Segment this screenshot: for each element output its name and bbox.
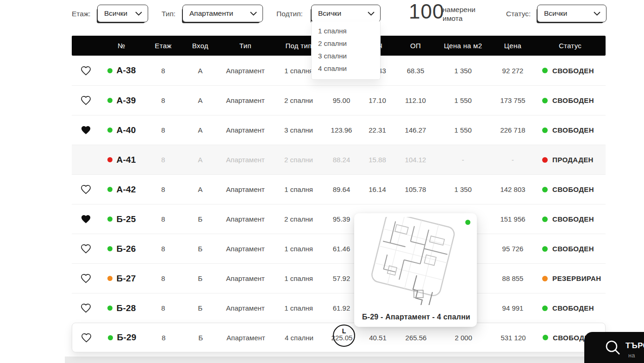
apartments-listing-page: Етаж: Всички Тип: Апартаменти Подтип: Вс… [0, 0, 644, 363]
subtype-option[interactable]: 4 спални [312, 62, 380, 75]
price-per-m2-cell: 1 350 [435, 67, 491, 75]
table-row[interactable]: Б-27 8 Б Апартамент 1 спалня 57.92 88 85… [72, 263, 606, 293]
unit-id-cell: А-42 [100, 185, 144, 195]
unit-id-cell: Б-27 [100, 274, 144, 284]
favorite-button[interactable] [72, 125, 100, 135]
table-row[interactable]: Б-25 8 Б Апартамент 2 спални 95.39 151 9… [72, 204, 606, 234]
status-label: РЕЗЕРВИРАН [552, 274, 601, 282]
apartments-table: №ЕтажВходТипПод типЧПОЧОПЦена на м2ЦенаС… [72, 36, 606, 352]
column-header: Цена на м2 [435, 42, 491, 50]
floor-cell: 8 [144, 274, 183, 282]
availability-dot [107, 217, 113, 222]
price-cell: 531 120 [491, 334, 535, 342]
unit-id: А-41 [117, 155, 136, 165]
favorite-button[interactable] [72, 303, 100, 313]
floor-filter-value: Всички [104, 9, 127, 18]
floor-cell: 8 [144, 96, 183, 104]
heart-icon [80, 125, 92, 135]
total-area-cell: 68.35 [396, 67, 435, 75]
floor-cell: 8 [144, 126, 183, 134]
subtype-cell: 1 спалня [273, 185, 324, 193]
unit-id-cell: А-39 [100, 96, 144, 106]
common-parts-cell: 15.88 [359, 156, 396, 164]
subtype-cell: 1 спалня [273, 304, 324, 312]
availability-dot [107, 98, 113, 103]
search-sub-label: на [628, 352, 635, 359]
subtype-option[interactable]: 1 спалня [312, 25, 380, 37]
heart-icon [80, 243, 92, 254]
common-parts-cell: 16.14 [359, 185, 396, 193]
column-header: ОП [396, 42, 435, 50]
status-dot [542, 68, 548, 73]
availability-dot [107, 246, 113, 251]
subtype-cell: 1 спалня [273, 245, 324, 253]
type-filter-value: Апартаменти [189, 9, 233, 18]
type-filter-select[interactable]: Апартаменти [182, 5, 263, 22]
favorite-button[interactable] [72, 65, 100, 76]
status-label: СВОБОДЕН [552, 185, 594, 193]
unit-id: Б-29 [117, 332, 137, 343]
heart-icon [80, 95, 92, 106]
entrance-cell: Б [183, 334, 218, 342]
status-cell: СВОБОДЕН [535, 185, 606, 193]
entrance-cell: А [183, 67, 218, 75]
type-cell: Апартамент [218, 215, 273, 223]
net-area-cell: 95.00 [324, 96, 359, 104]
column-header: № [100, 42, 144, 50]
status-dot [542, 127, 548, 133]
floor-cell: 8 [144, 304, 183, 312]
status-label: СВОБОДЕН [552, 304, 594, 312]
floor-cell: 8 [144, 334, 183, 342]
search-button[interactable]: ТЪРС на [584, 332, 644, 363]
floor-filter-select[interactable]: Всички [97, 5, 148, 22]
net-area-cell: 123.96 [324, 126, 359, 134]
subtype-cell: 2 спални [273, 156, 324, 164]
heart-icon [80, 303, 92, 313]
status-cell: СВОБОДЕН [535, 67, 606, 75]
availability-dot [107, 157, 113, 162]
availability-dot [107, 306, 113, 311]
unit-id: Б-26 [117, 244, 136, 254]
entrance-cell: А [183, 96, 218, 104]
net-area-cell: 61.92 [324, 304, 359, 312]
total-area-cell: 104.12 [396, 156, 435, 164]
status-dot [542, 276, 548, 281]
table-row[interactable]: А-39 8 А Апартамент 2 спални 95.00 17.10… [72, 85, 606, 115]
subtype-option[interactable]: 3 спални [312, 50, 380, 62]
unit-id: А-42 [117, 185, 136, 195]
results-count: 100 [409, 0, 444, 23]
unit-id-cell: Б-29 [100, 332, 144, 343]
price-per-m2-cell: 1 350 [435, 185, 491, 193]
favorite-button[interactable] [72, 154, 100, 165]
common-parts-cell: 40.51 [359, 334, 396, 342]
availability-dot [107, 187, 113, 192]
table-row[interactable]: А-41 8 А Апартамент 2 спални 88.24 15.88… [72, 145, 606, 174]
price-cell: 92 272 [491, 67, 535, 75]
type-cell: Апартамент [218, 67, 273, 75]
table-row[interactable]: Б-28 8 Б Апартамент 1 спалня 61.92 94 99… [72, 293, 606, 323]
floor-cell: 8 [144, 245, 183, 253]
favorite-button[interactable] [72, 214, 100, 224]
table-row[interactable]: А-42 8 А Апартамент 1 спалня 89.64 16.14… [72, 174, 606, 204]
favorite-button[interactable] [72, 273, 100, 284]
bottom-strip [65, 357, 644, 363]
table-row[interactable]: Б-26 8 Б Апартамент 1 спалня 61.46 95 72… [72, 234, 606, 263]
table-row[interactable]: А-40 8 А Апартамент 3 спални 123.96 22.3… [72, 115, 606, 145]
favorite-button[interactable] [72, 95, 100, 106]
favorite-button[interactable] [72, 332, 100, 343]
status-filter-select[interactable]: Всички [537, 5, 606, 22]
column-header: Вход [183, 42, 218, 50]
availability-dot [107, 127, 113, 133]
type-cell: Апартамент [218, 126, 273, 134]
status-dot [542, 157, 548, 163]
unit-id-cell: А-41 [100, 155, 144, 165]
price-cell: 226 718 [491, 126, 535, 134]
subtype-option[interactable]: 2 спални [312, 37, 380, 50]
favorite-button[interactable] [72, 184, 100, 195]
favorite-button[interactable] [72, 243, 100, 254]
price-cell: 94 991 [491, 304, 535, 312]
subtype-filter-select[interactable]: Всички [311, 5, 381, 22]
type-cell: Апартамент [218, 274, 273, 282]
status-cell: СВОБОДЕН [535, 304, 606, 312]
price-per-m2-cell: 2 000 [436, 334, 491, 342]
